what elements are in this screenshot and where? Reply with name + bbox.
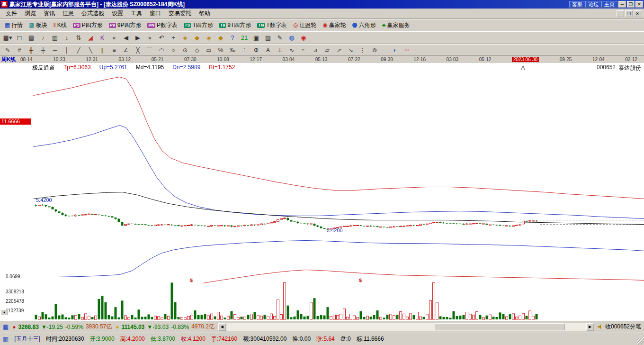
crosshair-button[interactable]: + <box>168 33 179 43</box>
edit-button[interactable]: ✎ <box>274 33 286 43</box>
record-button[interactable]: ◉ <box>298 33 309 43</box>
sort-button[interactable]: ⇅ <box>73 33 84 43</box>
toolbar-9t-square-button[interactable]: T99T四方形 <box>216 20 254 30</box>
minimize-button[interactable]: ─ <box>618 1 626 8</box>
toolbar-sectors-button[interactable]: ▩板块 <box>26 20 50 30</box>
taiji-icon[interactable]: ◐ <box>389 45 401 54</box>
wave-icon[interactable]: ∾ <box>401 45 412 54</box>
print-button[interactable]: ▨ <box>262 33 274 43</box>
theme-button[interactable]: ◍ <box>286 33 297 43</box>
fan-arc-tool[interactable]: ◠ <box>156 45 167 54</box>
channel-tool[interactable]: ∥ <box>97 45 108 54</box>
menu-item[interactable]: 设置 <box>108 9 127 18</box>
more-tools-button[interactable]: ⋮ <box>357 45 368 54</box>
toolbar-quotes-button[interactable]: ▦行情 <box>2 20 26 30</box>
hline-tool[interactable]: ─ <box>49 45 61 54</box>
triangle-tool[interactable]: ⊿ <box>310 45 321 54</box>
back-button[interactable]: ↶ <box>156 33 167 43</box>
cycle-wave-tool[interactable]: ≈ <box>298 45 309 54</box>
grid-tool[interactable]: # <box>14 45 25 54</box>
menu-item[interactable]: 帮助 <box>195 9 214 18</box>
info-panel-button[interactable]: ▤ <box>26 33 37 43</box>
child-minimize-button[interactable]: ─ <box>617 10 624 17</box>
cross-tool[interactable]: ┼ <box>37 45 49 54</box>
close-button[interactable]: ✕ <box>635 1 643 8</box>
permille-tool[interactable]: ‰ <box>227 45 238 54</box>
toolbar-9p-square-button[interactable]: P99P四方形 <box>106 20 144 30</box>
toolbar-t-number-button[interactable]: TNT数字表 <box>254 20 289 30</box>
help-button[interactable]: ? <box>227 33 238 43</box>
circle-tool[interactable]: ○ <box>168 45 179 54</box>
parallel-tool[interactable]: ≡ <box>108 45 120 54</box>
sound-alert-button[interactable]: ♪ <box>37 33 49 43</box>
parallelogram-tool[interactable]: ▱ <box>322 45 333 54</box>
next-screen-button[interactable]: ▶ <box>132 33 143 43</box>
resize-grip[interactable] <box>637 338 644 345</box>
kline-chart-canvas[interactable] <box>0 63 644 320</box>
child-restore-button[interactable]: ❐ <box>625 10 633 17</box>
kline-mode-button[interactable]: K <box>97 33 108 43</box>
toolbar-hexagon-button[interactable]: ⬡六角形 <box>349 20 379 30</box>
toolbar-t-square-button[interactable]: TST四方形 <box>181 20 216 30</box>
division-tool[interactable]: ÷ <box>239 45 250 54</box>
toolbar-p-number-button[interactable]: PNP数字表 <box>144 20 180 30</box>
menu-item[interactable]: 文件 <box>2 9 21 18</box>
scroll-left-button[interactable]: ◀ <box>218 323 226 331</box>
wave-tool[interactable]: ∿ <box>286 45 297 54</box>
golden-ratio-tool[interactable]: Φ <box>250 45 262 54</box>
gann-square-button[interactable]: ◈ <box>179 33 191 43</box>
toolbar-kline-button[interactable]: ‖K线 <box>51 20 70 30</box>
board-view-button[interactable]: ▥ <box>49 33 61 43</box>
time-square-button[interactable]: ◈ <box>203 33 215 43</box>
perpendicular-tool[interactable]: ⊥ <box>274 45 286 54</box>
downline-tool[interactable]: ╲ <box>85 45 96 54</box>
vline-tool[interactable]: │ <box>61 45 72 54</box>
menu-item[interactable]: 交易委托 <box>165 9 195 18</box>
arrow-up-tool[interactable]: ↗ <box>333 45 345 54</box>
menu-item[interactable]: 江恩 <box>59 9 78 18</box>
menu-item[interactable]: 浏览 <box>21 9 40 18</box>
new-window-button[interactable]: ◻ <box>14 33 25 43</box>
pane-splitter-button[interactable]: ▲ <box>1 309 8 315</box>
save-layout-button[interactable]: ▣ <box>250 33 262 43</box>
rect-tool[interactable]: ▭ <box>203 45 215 54</box>
percent-tool[interactable]: % <box>215 45 226 54</box>
wheel-tool-button[interactable]: ◆ <box>215 33 226 43</box>
title-link-button[interactable]: 客服 <box>569 1 585 8</box>
title-link-button[interactable]: 主页 <box>601 1 617 8</box>
scrollbar-thumb[interactable] <box>435 323 565 330</box>
text-tool[interactable]: A <box>262 45 274 54</box>
prev-screen-button[interactable]: ◀ <box>120 33 132 43</box>
toolbar-winner-wheel-button[interactable]: ◉赢家轮 <box>320 20 349 30</box>
arc-tool[interactable]: ⌒ <box>144 45 155 54</box>
scrollbar-track[interactable] <box>226 323 586 331</box>
menu-item[interactable]: 工具 <box>127 9 146 18</box>
ruler-tool[interactable]: ╫ <box>26 45 37 54</box>
last-screen-button[interactable]: » <box>144 33 155 43</box>
price-square-button[interactable]: ◆ <box>191 33 203 43</box>
period-21-button[interactable]: 21 <box>239 33 250 43</box>
target-tool[interactable]: ⊚ <box>369 45 380 54</box>
x-lines-tool[interactable]: ╳ <box>132 45 143 54</box>
trendline-tool[interactable]: ╱ <box>73 45 84 54</box>
tick-view-button[interactable]: 收000652分笔 <box>598 323 641 331</box>
title-link-button[interactable]: 论坛 <box>585 1 601 8</box>
cycle-tool[interactable]: ⊙ <box>179 45 191 54</box>
child-close-button[interactable]: ✕ <box>634 10 641 17</box>
menu-item[interactable]: 公式选股 <box>78 9 108 18</box>
toolbar-winner-service-button[interactable]: ♣赢家服务 <box>379 20 413 30</box>
maximize-button[interactable]: ❐ <box>627 1 635 8</box>
pencil-tool[interactable]: ✎ <box>2 45 13 54</box>
toolbar-p-square-button[interactable]: PSP四方形 <box>70 20 106 30</box>
toolbar-gann-wheel-button[interactable]: ◎江恩轮 <box>290 20 319 30</box>
color-triangle-button[interactable]: ◢ <box>85 33 96 43</box>
gann-angle-tool[interactable]: ∠ <box>120 45 132 54</box>
menu-item[interactable]: 窗口 <box>146 9 165 18</box>
diamond-tool[interactable]: ◇ <box>191 45 203 54</box>
first-screen-button[interactable]: « <box>108 33 120 43</box>
arrow-down-tool[interactable]: ↘ <box>345 45 357 54</box>
view-selector-button[interactable]: ▦▾ <box>2 33 13 43</box>
scroll-right-button[interactable]: ▶ <box>586 323 594 331</box>
axis-scale-button[interactable]: ↕ <box>61 33 72 43</box>
menu-item[interactable]: 资讯 <box>40 9 59 18</box>
